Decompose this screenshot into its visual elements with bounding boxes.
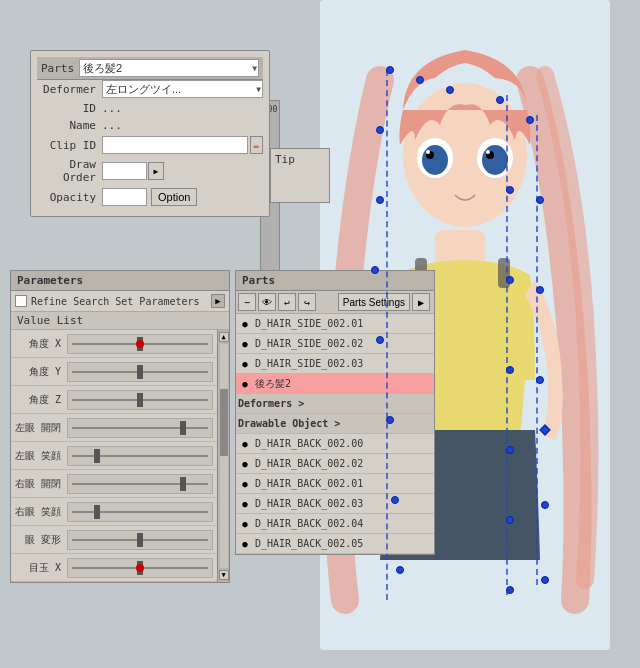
parts-list-item[interactable]: ●D_HAIR_SIDE_002.02 xyxy=(236,334,434,354)
param-name: 角度 Z xyxy=(13,393,65,407)
parts-select-wrapper[interactable]: 後ろ髪2 xyxy=(79,59,259,77)
parameters-title: Parameters xyxy=(11,271,229,291)
parts-list-item[interactable]: ●D_HAIR_BACK_002.00 xyxy=(236,434,434,454)
parts-select[interactable]: 後ろ髪2 xyxy=(79,59,259,77)
param-name: 角度 Y xyxy=(13,365,65,379)
param-slider-track xyxy=(72,483,208,485)
draw-order-up-button[interactable]: ▶ xyxy=(148,162,164,180)
parameters-panel: Parameters Refine Search Set Parameters … xyxy=(10,270,230,583)
parts-expand-button[interactable]: ▶ xyxy=(412,293,430,311)
clip-id-label: Clip ID xyxy=(37,139,102,152)
parts-toolbar-forward[interactable]: ↪ xyxy=(298,293,316,311)
parts-list-item[interactable]: ●D_HAIR_SIDE_002.01 xyxy=(236,314,434,334)
parts-section-label: Drawable Object > xyxy=(238,418,432,429)
parts-toolbar-eye[interactable]: 👁 xyxy=(258,293,276,311)
parts-panel-label: Parts xyxy=(242,274,428,287)
param-row[interactable]: 目玉 X xyxy=(11,554,217,582)
parts-list-item[interactable]: ●D_HAIR_BACK_002.03 xyxy=(236,494,434,514)
opacity-wrapper: 100% Option xyxy=(102,188,263,206)
parts-item-name: D_HAIR_SIDE_002.02 xyxy=(255,338,432,349)
param-name: 角度 X xyxy=(13,337,65,351)
param-slider-thumb[interactable] xyxy=(137,393,143,407)
parts-item-name: D_HAIR_BACK_002.05 xyxy=(255,538,432,549)
draw-order-row: Draw Order 200 ▶ xyxy=(37,158,263,184)
eye-icon[interactable]: ● xyxy=(238,517,252,531)
parts-toolbar: − 👁 ↩ ↪ Parts Settings ▶ xyxy=(236,291,434,314)
name-row: Name ... xyxy=(37,119,263,132)
param-row[interactable]: 右眼 開閉 xyxy=(11,470,217,498)
params-expand-button[interactable]: ▶ xyxy=(211,294,225,308)
param-slider-area[interactable] xyxy=(67,502,213,522)
param-slider-track xyxy=(72,427,208,429)
param-row[interactable]: 左眼 開閉 xyxy=(11,414,217,442)
param-row[interactable]: 角度 X xyxy=(11,330,217,358)
params-scroll-up[interactable]: ▲ xyxy=(219,332,229,342)
param-slider-area[interactable] xyxy=(67,418,213,438)
eye-icon[interactable]: ● xyxy=(238,317,252,331)
eye-icon[interactable]: ● xyxy=(238,477,252,491)
deformer-row: Deformer 左ロングツイ... xyxy=(37,80,263,98)
param-slider-thumb[interactable] xyxy=(137,365,143,379)
parts-list-item[interactable]: ●D_HAIR_BACK_002.01 xyxy=(236,474,434,494)
parts-list-item[interactable]: ●D_HAIR_BACK_002.04 xyxy=(236,514,434,534)
param-slider-thumb[interactable] xyxy=(94,505,100,519)
parts-item-name: D_HAIR_SIDE_002.01 xyxy=(255,318,432,329)
params-scroll-thumb[interactable] xyxy=(220,389,228,456)
parts-list-item[interactable]: Deformers > xyxy=(236,394,434,414)
clip-edit-button[interactable]: ✏ xyxy=(250,136,263,154)
clip-id-input[interactable] xyxy=(102,136,248,154)
param-slider-thumb[interactable] xyxy=(137,533,143,547)
parts-panel: Parts − 👁 ↩ ↪ Parts Settings ▶ ●D_HAIR_S… xyxy=(235,270,435,555)
param-slider-thumb[interactable] xyxy=(94,449,100,463)
param-slider-thumb[interactable] xyxy=(180,477,186,491)
params-scrollbar[interactable]: ▲ ▼ xyxy=(217,330,229,582)
eye-icon[interactable]: ● xyxy=(238,437,252,451)
params-search-checkbox[interactable] xyxy=(15,295,27,307)
deformer-select[interactable]: 左ロングツイ... xyxy=(102,80,263,98)
eye-icon[interactable]: ● xyxy=(238,337,252,351)
param-row[interactable]: 角度 Y xyxy=(11,358,217,386)
eye-icon[interactable]: ● xyxy=(238,537,252,551)
parts-item-name: D_HAIR_BACK_002.00 xyxy=(255,438,432,449)
opacity-input[interactable]: 100% xyxy=(102,188,147,206)
parts-toolbar-minus[interactable]: − xyxy=(238,293,256,311)
param-slider-area[interactable] xyxy=(67,390,213,410)
param-slider-area[interactable] xyxy=(67,530,213,550)
option-button[interactable]: Option xyxy=(151,188,197,206)
param-slider-area[interactable] xyxy=(67,334,213,354)
parts-list-item[interactable]: Drawable Object > xyxy=(236,414,434,434)
parts-list-item[interactable]: ●D_HAIR_SIDE_002.03 xyxy=(236,354,434,374)
parts-toolbar-back[interactable]: ↩ xyxy=(278,293,296,311)
param-row[interactable]: 右眼 笑顔 xyxy=(11,498,217,526)
parts-list: ●D_HAIR_SIDE_002.01●D_HAIR_SIDE_002.02●D… xyxy=(236,314,434,554)
params-scroll-track[interactable] xyxy=(220,344,228,568)
param-slider-area[interactable] xyxy=(67,362,213,382)
id-row: ID ... xyxy=(37,102,263,115)
svg-point-7 xyxy=(422,145,448,175)
parts-list-item[interactable]: ●D_HAIR_BACK_002.02 xyxy=(236,454,434,474)
parts-list-item[interactable]: ●後ろ髪2 xyxy=(236,374,434,394)
param-row[interactable]: 左眼 笑顔 xyxy=(11,442,217,470)
param-slider-area[interactable] xyxy=(67,558,213,578)
name-label: Name xyxy=(37,119,102,132)
draw-order-input[interactable]: 200 xyxy=(102,162,147,180)
eye-icon[interactable]: ● xyxy=(238,357,252,371)
params-search-label: Refine Search Set Parameters xyxy=(31,296,211,307)
param-row[interactable]: 角度 Z xyxy=(11,386,217,414)
params-scroll-down[interactable]: ▼ xyxy=(219,570,229,580)
parts-list-item[interactable]: ●D_HAIR_BACK_002.05 xyxy=(236,534,434,554)
param-red-dot xyxy=(136,340,144,348)
properties-titlebar: Parts 後ろ髪2 xyxy=(37,57,263,80)
param-slider-thumb[interactable] xyxy=(180,421,186,435)
id-value: ... xyxy=(102,102,263,115)
eye-icon[interactable]: ● xyxy=(238,377,252,391)
parts-panel-inner: ●D_HAIR_SIDE_002.01●D_HAIR_SIDE_002.02●D… xyxy=(236,314,434,554)
eye-icon[interactable]: ● xyxy=(238,497,252,511)
parts-label: Parts xyxy=(41,62,79,75)
eye-icon[interactable]: ● xyxy=(238,457,252,471)
param-slider-area[interactable] xyxy=(67,474,213,494)
parts-settings-button[interactable]: Parts Settings xyxy=(338,293,410,311)
deformer-select-wrapper[interactable]: 左ロングツイ... xyxy=(102,80,263,98)
param-row[interactable]: 眼 変形 xyxy=(11,526,217,554)
param-slider-area[interactable] xyxy=(67,446,213,466)
